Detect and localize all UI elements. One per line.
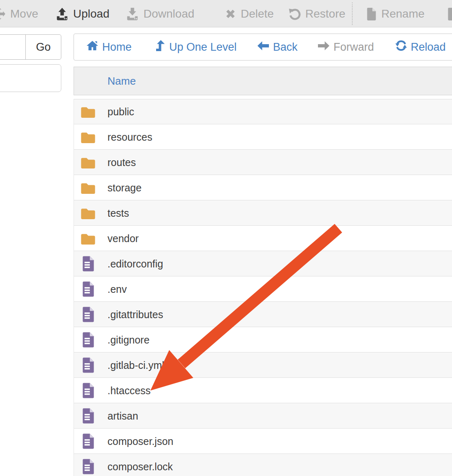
back-arrow-icon bbox=[257, 41, 269, 54]
nav-reload-label: Reload bbox=[411, 41, 446, 54]
file-row[interactable]: .gitlab-ci.yml bbox=[74, 353, 452, 378]
nav-back[interactable]: Back bbox=[257, 34, 298, 60]
restore-label: Restore bbox=[305, 7, 345, 20]
file-row[interactable]: .htaccess bbox=[74, 378, 452, 403]
level-up-icon bbox=[155, 40, 166, 54]
rename-label: Rename bbox=[381, 7, 425, 20]
rename-button[interactable]: Rename bbox=[366, 0, 425, 27]
top-toolbar: Move Upload Download bbox=[0, 0, 452, 27]
move-button[interactable]: Move bbox=[0, 0, 38, 27]
nav-home-label: Home bbox=[102, 41, 132, 54]
file-icon bbox=[79, 281, 97, 297]
file-name-label: .env bbox=[107, 283, 127, 295]
file-row[interactable]: vendor bbox=[74, 226, 452, 251]
file-row[interactable]: .env bbox=[74, 276, 452, 302]
file-name-label: .gitattributes bbox=[107, 308, 163, 320]
file-row[interactable]: storage bbox=[74, 175, 452, 200]
file-row[interactable]: .gitignore bbox=[74, 327, 452, 353]
toolbar-divider bbox=[352, 2, 353, 25]
file-icon bbox=[79, 357, 97, 373]
delete-icon bbox=[225, 8, 236, 20]
path-input[interactable] bbox=[0, 34, 26, 60]
nav-reload[interactable]: Reload bbox=[395, 34, 446, 60]
file-row[interactable]: .editorconfig bbox=[74, 251, 452, 276]
left-empty-box bbox=[0, 64, 61, 92]
file-icon bbox=[79, 256, 97, 272]
nav-up-one-level[interactable]: Up One Level bbox=[155, 34, 237, 60]
toolbar-partial-icon[interactable] bbox=[447, 0, 452, 27]
folder-icon bbox=[79, 105, 97, 118]
file-row[interactable]: resources bbox=[74, 124, 452, 150]
file-row[interactable]: composer.json bbox=[74, 429, 452, 454]
rename-icon bbox=[366, 7, 377, 20]
navigation-bar: Home Up One Level Back bbox=[74, 34, 452, 61]
file-manager-page: Move Upload Download bbox=[0, 0, 452, 476]
file-icon bbox=[79, 433, 97, 449]
file-name-label: .editorconfig bbox=[107, 258, 163, 269]
nav-back-label: Back bbox=[273, 41, 298, 54]
file-icon bbox=[79, 382, 97, 398]
file-list: public resources routes storage bbox=[74, 99, 452, 476]
file-row[interactable]: public bbox=[74, 99, 452, 124]
home-icon bbox=[86, 40, 98, 54]
nav-forward-label: Forward bbox=[333, 41, 374, 54]
delete-label: Delete bbox=[241, 7, 274, 20]
download-button[interactable]: Download bbox=[126, 0, 195, 27]
file-name-label: composer.lock bbox=[107, 460, 173, 472]
file-name-label: .htaccess bbox=[107, 384, 151, 396]
nav-forward[interactable]: Forward bbox=[318, 34, 374, 60]
file-name-label: tests bbox=[107, 207, 129, 219]
upload-button[interactable]: Upload bbox=[56, 0, 110, 27]
file-row[interactable]: composer.lock bbox=[74, 454, 452, 476]
name-column-header[interactable]: Name bbox=[107, 67, 136, 95]
folder-icon bbox=[79, 130, 97, 144]
file-icon bbox=[79, 408, 97, 424]
table-header: Name bbox=[74, 67, 452, 95]
nav-up-label: Up One Level bbox=[169, 41, 237, 54]
file-name-label: resources bbox=[107, 131, 152, 143]
upload-icon bbox=[56, 7, 69, 20]
delete-button[interactable]: Delete bbox=[225, 0, 274, 27]
file-row[interactable]: .gitattributes bbox=[74, 302, 452, 327]
folder-icon bbox=[79, 156, 97, 169]
clipboard-partial-icon bbox=[447, 7, 452, 20]
file-icon bbox=[79, 458, 97, 474]
move-label: Move bbox=[10, 7, 38, 20]
restore-icon bbox=[289, 8, 301, 20]
file-name-label: .gitignore bbox=[107, 334, 150, 346]
download-icon bbox=[126, 7, 139, 20]
file-icon bbox=[79, 306, 97, 322]
file-name-label: routes bbox=[107, 156, 136, 168]
file-name-label: vendor bbox=[107, 232, 139, 244]
nav-home[interactable]: Home bbox=[86, 34, 132, 60]
forward-arrow-icon bbox=[318, 41, 330, 54]
reload-icon bbox=[395, 40, 407, 54]
file-name-label: storage bbox=[107, 182, 141, 193]
file-row[interactable]: routes bbox=[74, 150, 452, 175]
go-button[interactable]: Go bbox=[25, 34, 61, 60]
file-name-label: composer.json bbox=[107, 435, 173, 447]
folder-icon bbox=[79, 232, 97, 245]
file-icon bbox=[79, 332, 97, 348]
upload-label: Upload bbox=[73, 7, 110, 20]
file-row[interactable]: artisan bbox=[74, 403, 452, 429]
file-name-label: artisan bbox=[107, 410, 138, 422]
move-icon bbox=[0, 7, 6, 20]
download-label: Download bbox=[143, 7, 195, 20]
folder-icon bbox=[79, 207, 97, 220]
restore-button[interactable]: Restore bbox=[289, 0, 345, 27]
file-row[interactable]: tests bbox=[74, 200, 452, 226]
file-name-label: public bbox=[107, 106, 134, 118]
folder-icon bbox=[79, 181, 97, 194]
file-name-label: .gitlab-ci.yml bbox=[107, 359, 164, 371]
